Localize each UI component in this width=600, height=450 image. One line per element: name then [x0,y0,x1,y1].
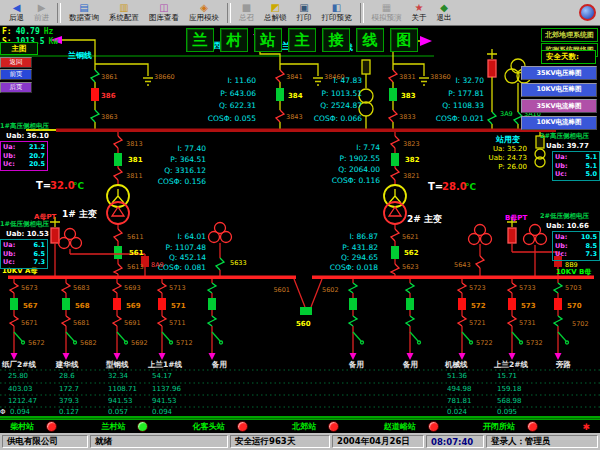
alarm-indicator-icon: ✱ [582,422,590,432]
station-led [137,421,148,432]
image-view-icon: ◫ [159,3,168,13]
left-button-1[interactable]: 返回 [0,57,32,68]
pt-winding-icon [59,238,70,249]
diagram-label: 567 [23,302,38,310]
button-35kv-current-chart[interactable]: 35KV电流棒图 [521,99,597,113]
toolbar-button-simulation[interactable]: ▦模拟预演 [367,1,407,25]
diagram-label: P: 431.82 [342,243,378,252]
fuse-icon [362,60,370,74]
diagram-label: 403.03 [8,385,33,393]
station-button-caicun[interactable]: 柴村站 [10,421,57,432]
left-button-2[interactable]: 前页 [0,69,32,80]
data-query-icon: ▤ [79,3,88,13]
diagram-label: Q: 1108.33 [442,101,484,110]
station-button-beijiao[interactable]: 北郊站 [292,421,339,432]
phase-row: Uc:7.3 [555,250,597,259]
diagram-label: 1137.96 [152,385,181,393]
diagram-label: Q: 2064.00 [338,165,380,174]
diagram-label: 5633 [230,259,247,267]
bus-tie-560[interactable] [294,279,322,315]
diagram-label: 5692 [131,339,148,347]
station-button-huaketou[interactable]: 化客头站 [193,421,248,432]
diagram-label: 5643 [454,261,471,269]
feeder-bay-spare-b2[interactable] [406,279,421,360]
station-button-kaibisuo[interactable]: 开闭所站 [483,421,538,432]
toolbar-button-general-call[interactable]: ■总召 [234,1,259,25]
diagram-label: 54.17 [152,372,172,380]
diagram-label: Ua: 35.20 [493,145,527,153]
toolbar-button-print-preview[interactable]: ◧打印预览 [317,1,357,25]
arrester-cap-icon [487,49,497,59]
toolbar-button-image-view[interactable]: ◫图库查看 [144,1,184,25]
phase-row: Ua:6.1 [3,241,45,250]
feeder-bay-spare-b1[interactable] [349,279,364,360]
diagram-label: 5713 [169,284,186,292]
diagram-label: 561 [129,249,144,257]
diagram-label: P: 1902.55 [340,154,381,163]
toolbar-button-app-modules[interactable]: ◈应用模块 [184,1,224,25]
diagram-label: 382 [405,156,420,164]
diagram-label: 5721 [469,319,486,327]
diagram-label: °C [465,182,477,192]
station-button-lancun[interactable]: 兰村站 [101,421,148,432]
main-diagram-button[interactable]: 主图 [0,42,38,55]
diagram-label: 569 [126,302,141,310]
transformer-2-label: 2# 主变 [407,213,442,224]
breaker-562 [391,246,399,259]
diagram-canvas: 兰铜线西兰线兰村站纸厂线3861386386338660I: 11.60P: 6… [0,26,600,420]
left-button-3[interactable]: 后页 [0,82,32,93]
toolbar-button-forward[interactable]: ▶前进 [29,1,54,25]
company-cell: 供电有限公司 [2,435,88,448]
diagram-label: 159.18 [497,385,522,393]
frequency-label: F: [2,27,12,36]
diagram-label: 0.094 [152,408,173,416]
diagram-label: 5621 [402,233,419,241]
toolbar-button-about[interactable]: ★关于 [407,1,432,25]
phase-row: Uc:5.0 [555,170,597,179]
diagram-label: Uab: 24.73 [489,154,527,162]
diagram-label: 5693 [124,284,141,292]
diagram-label: 568.98 [497,397,522,405]
toolbar-button-back[interactable]: ◀后退 [4,1,29,25]
diagram-label: 0.094 [10,408,31,416]
toolbar-button-print[interactable]: ▣打印 [292,1,317,25]
diagram-label: P: 177.81 [448,89,484,98]
diagram-label: T= [428,181,443,192]
breaker-spare [208,298,216,310]
nav-geo-map-link[interactable]: 北郊地理系统图 [541,28,598,42]
feeder-arrow-icon [509,353,516,360]
toolbar-button-unlock-all[interactable]: ◩总解锁 [259,1,292,25]
station-button-zhaodaoyu[interactable]: 赵道峪站 [384,421,439,432]
button-35kv-voltage-chart[interactable]: 35KV电压棒图 [521,66,597,80]
toolbar-button-data-query[interactable]: ▤数据查询 [64,1,104,25]
disconnector-5633 [216,258,224,270]
diagram-label: P: 1107.48 [166,243,207,252]
toolbar-button-exit[interactable]: ◆退出 [432,1,457,25]
diagram-label: 38360 [430,73,451,81]
toolbar-button-system-config[interactable]: ▥系统配置 [104,1,144,25]
diagram-label: °C [73,181,85,191]
diagram-label: COSΦ: 0.066 [314,114,362,123]
feeder-bay-spare-a[interactable] [208,279,223,360]
diagram-label: 379.3 [59,397,79,405]
forward-icon: ▶ [38,3,46,13]
button-10kv-current-chart[interactable]: 10KV电流棒图 [521,116,597,130]
diagram-label: P: 643.06 [220,89,256,98]
title-char: 村 [220,28,248,52]
pt-5643-bay [469,225,492,277]
feeder-arrow-icon [63,353,70,360]
diagram-label: Q: 452.14 [169,253,206,262]
diagram-label: 5732 [526,339,543,347]
diagram-label: Q: 294.65 [341,253,378,262]
transformer-2-bay[interactable] [384,132,406,276]
diagram-label: P: 364.51 [170,155,206,164]
phase-row: Uc:20.5 [3,160,45,169]
button-10kv-voltage-chart[interactable]: 10KV电压棒图 [521,83,597,97]
breaker-386 [91,88,99,101]
feeder-name: 备用 [211,360,227,369]
right-chart-buttons: 35KV电压棒图 10KV电压棒图 35KV电流棒图 10KV电流棒图 [521,66,597,132]
diagram-label: 3A9 [500,110,513,118]
diagram-label: 5671 [21,319,38,327]
feeder-arrow-icon [11,353,18,360]
panel-title: 1#高压侧相电压 [0,122,60,131]
